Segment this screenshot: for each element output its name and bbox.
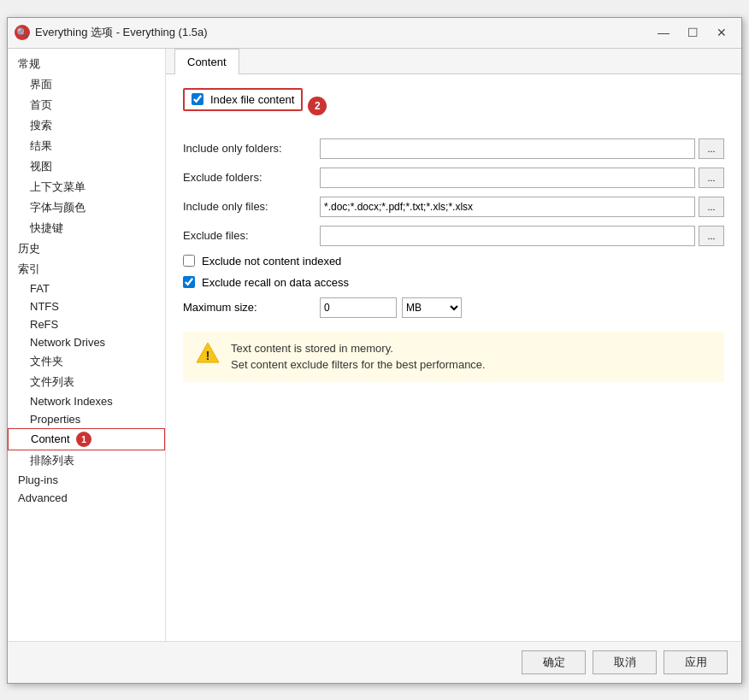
app-icon: 🔍 [15,25,30,40]
sidebar-item-excludelist[interactable]: 排除列表 [8,450,165,471]
sidebar-item-content[interactable]: Content 1 [8,428,165,450]
index-file-content-checkbox[interactable] [192,93,203,105]
content-panel: Content Index file content 2 Include onl… [166,49,741,641]
exclude-not-content-indexed-row: Exclude not content indexed [183,255,724,268]
header-badge-2: 2 [308,97,327,115]
maximize-button[interactable]: ☐ [680,22,705,43]
window-title: Everything 选项 - Everything (1.5a) [35,25,651,40]
include-only-folders-input[interactable] [320,138,695,159]
sidebar-item-networkindexes[interactable]: Network Indexes [8,392,165,410]
sidebar-item-refs[interactable]: ReFS [8,315,165,333]
content-body: Index file content 2 Include only folder… [166,74,741,641]
exclude-recall-checkbox[interactable] [183,276,195,288]
sidebar-item-ntfs[interactable]: NTFS [8,297,165,315]
sidebar: 常规 界面 首页 搜索 结果 视图 上下文菜单 字体与颜色 快捷键 历史 索引 … [8,49,166,641]
exclude-files-label: Exclude files: [183,229,320,242]
exclude-folders-label: Exclude folders: [183,171,320,184]
exclude-files-row: Exclude files: ... [183,226,724,246]
window-controls: — ☐ ✕ [651,22,734,43]
max-size-unit-select[interactable]: MB GB KB [402,297,462,318]
sidebar-item-fontcolor[interactable]: 字体与颜色 [8,197,165,218]
apply-button[interactable]: 应用 [663,650,728,674]
tab-bar: Content [166,49,741,74]
warning-box: ! Text content is stored in memory. Set … [183,332,724,382]
sidebar-item-shortcuts[interactable]: 快捷键 [8,218,165,238]
close-button[interactable]: ✕ [709,22,734,43]
sidebar-item-home[interactable]: 首页 [8,95,165,115]
sidebar-item-filelist[interactable]: 文件列表 [8,372,165,392]
warning-icon: ! [195,340,221,366]
ok-button[interactable]: 确定 [522,650,586,674]
sidebar-item-contextmenu[interactable]: 上下文菜单 [8,177,165,197]
max-size-label: Maximum size: [183,301,320,314]
exclude-files-browse[interactable]: ... [699,226,724,246]
max-size-row: Maximum size: MB GB KB [183,297,724,318]
warning-line1: Text content is stored in memory. [231,340,486,357]
minimize-button[interactable]: — [651,22,676,43]
include-only-folders-browse[interactable]: ... [699,138,724,159]
footer: 确定 取消 应用 [8,641,741,683]
sidebar-item-interface[interactable]: 界面 [8,74,165,95]
sidebar-item-indexes[interactable]: 索引 [8,259,165,279]
exclude-recall-row: Exclude recall on data access [183,276,724,289]
include-only-files-row: Include only files: ... [183,197,724,217]
cancel-button[interactable]: 取消 [593,650,657,674]
index-file-content-row: Index file content [183,88,303,111]
main-content: 常规 界面 首页 搜索 结果 视图 上下文菜单 字体与颜色 快捷键 历史 索引 … [8,49,741,641]
sidebar-item-view[interactable]: 视图 [8,156,165,177]
index-file-content-label[interactable]: Index file content [210,93,294,106]
max-size-input[interactable] [320,297,397,318]
include-only-folders-row: Include only folders: ... [183,138,724,159]
sidebar-badge-1: 1 [76,432,91,447]
title-bar: 🔍 Everything 选项 - Everything (1.5a) — ☐ … [8,18,741,49]
sidebar-item-folder[interactable]: 文件夹 [8,351,165,372]
sidebar-item-result[interactable]: 结果 [8,136,165,156]
exclude-folders-row: Exclude folders: ... [183,168,724,188]
exclude-not-content-indexed-label[interactable]: Exclude not content indexed [202,255,341,268]
exclude-not-content-indexed-checkbox[interactable] [183,255,195,267]
exclude-folders-input[interactable] [320,168,695,188]
include-only-folders-label: Include only folders: [183,142,320,155]
warning-text: Text content is stored in memory. Set co… [231,340,486,374]
exclude-files-input[interactable] [320,226,695,246]
sidebar-item-history[interactable]: 历史 [8,238,165,259]
sidebar-item-general[interactable]: 常规 [8,54,165,74]
sidebar-item-search[interactable]: 搜索 [8,115,165,136]
sidebar-item-properties[interactable]: Properties [8,410,165,428]
svg-text:!: ! [206,348,210,362]
main-window: 🔍 Everything 选项 - Everything (1.5a) — ☐ … [7,17,742,684]
sidebar-item-networkdrives[interactable]: Network Drives [8,333,165,351]
exclude-recall-label[interactable]: Exclude recall on data access [202,276,349,289]
sidebar-item-fat[interactable]: FAT [8,279,165,297]
tab-content[interactable]: Content [174,49,239,74]
exclude-folders-browse[interactable]: ... [699,168,724,188]
sidebar-item-advanced[interactable]: Advanced [8,489,165,507]
warning-line2: Set content exclude filters for the best… [231,356,486,374]
sidebar-item-plugins[interactable]: Plug-ins [8,471,165,489]
include-only-files-browse[interactable]: ... [699,197,724,217]
include-only-files-label: Include only files: [183,200,320,213]
include-only-files-input[interactable] [320,197,695,217]
